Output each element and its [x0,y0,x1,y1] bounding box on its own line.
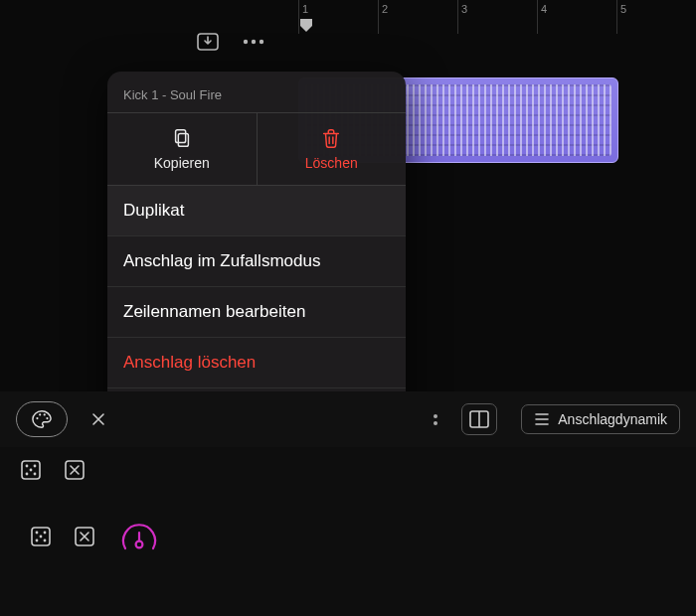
svg-point-13 [34,465,37,468]
svg-point-23 [40,536,43,539]
ruler-tick-label: 4 [541,3,547,15]
svg-point-20 [44,532,47,535]
svg-point-16 [30,469,33,472]
drag-handle-icon[interactable] [434,414,437,425]
dice-clear-icon [64,459,86,481]
dice-button[interactable] [14,455,48,485]
svg-point-25 [136,541,143,548]
context-menu: Kick 1 - Soul Fire Kopieren Löschen Dupl… [107,72,406,438]
svg-point-12 [26,465,29,468]
menu-item[interactable]: Zeilennamen bearbeiten [107,287,406,338]
svg-point-6 [36,417,38,419]
menu-item[interactable]: Anschlag im Zufallsmodus [107,236,406,287]
ruler-tick: 1 [298,0,378,20]
mode-selector[interactable]: Anschlagdynamik [521,404,680,434]
dice-button-2[interactable] [24,522,58,551]
svg-rect-5 [175,130,185,143]
more-horizontal-icon[interactable] [241,30,266,54]
svg-point-7 [39,413,41,415]
copy-button-label: Kopieren [154,155,210,171]
svg-point-22 [44,539,47,542]
close-x-icon [91,412,105,426]
columns-button[interactable] [461,403,497,435]
copy-button[interactable]: Kopieren [107,113,258,185]
svg-point-2 [252,40,256,44]
ruler-tick-label: 5 [620,3,626,15]
palette-button[interactable] [16,401,68,437]
svg-point-21 [36,539,39,542]
download-to-tray-icon[interactable] [195,30,221,54]
palette-icon [31,409,53,429]
trash-icon [320,127,342,149]
ruler-tick: 4 [537,0,616,20]
close-x-button[interactable] [82,404,115,434]
delete-button-label: Löschen [305,155,358,171]
mid-toolbar: Anschlagdynamik [0,391,696,447]
dice-clear-button[interactable] [58,455,91,485]
svg-point-8 [44,413,46,415]
dice-icon [20,459,42,481]
gauge-icon [119,519,159,554]
ruler-tick: 5 [616,0,696,20]
svg-point-1 [244,40,248,44]
ruler-tick: 3 [457,0,537,20]
menu-item[interactable]: Duplikat [107,186,406,236]
bottom-panel: nschlagdynamik 5610010010059100 [0,447,696,616]
delete-button[interactable]: Löschen [258,113,407,185]
gauge-control[interactable] [119,519,159,554]
list-icon [534,412,550,426]
svg-point-19 [36,532,39,535]
svg-point-15 [34,473,37,476]
ruler-tick-label: 3 [461,3,467,15]
svg-point-3 [260,40,263,44]
dice-clear-button-2[interactable] [68,522,101,551]
svg-point-9 [46,417,48,419]
ruler-tick-label: 2 [382,3,388,15]
context-menu-title: Kick 1 - Soul Fire [107,81,406,112]
menu-item[interactable]: Anschlag löschen [107,338,406,388]
copy-pages-icon [171,127,193,149]
playhead[interactable] [298,18,314,38]
mode-selector-label: Anschlagdynamik [558,411,667,427]
dice-icon [30,526,52,547]
ruler-tick: 2 [378,0,457,20]
ruler-tick-label: 1 [302,3,308,15]
columns-icon [469,410,489,428]
timeline-ruler[interactable]: 12345 [298,0,696,20]
svg-point-14 [26,473,29,476]
dice-clear-icon [74,526,95,547]
